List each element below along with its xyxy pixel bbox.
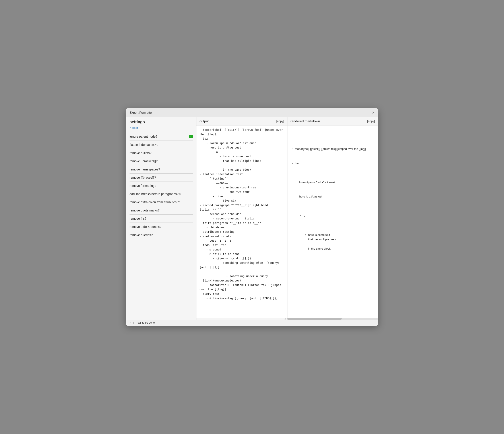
- settings-sidebar: settings × clear ignore parent node? ✓ f…: [126, 117, 196, 320]
- setting-label-remove-namespaces: remove namespaces?: [130, 167, 160, 171]
- bottom-checkbox-icon: [134, 322, 136, 324]
- setting-label-remove-colon: remove extra colon from attributes::?: [130, 200, 180, 204]
- setting-remove-bullets[interactable]: remove bullets?: [130, 149, 193, 157]
- setting-label-remove-formatting: remove formatting?: [130, 184, 156, 187]
- setting-label-remove-braces: remove {{braces}}?: [130, 176, 156, 179]
- list-item: lorem ipsum "dolor" sit amet: [299, 180, 375, 185]
- setting-remove-formatting[interactable]: remove formatting?: [130, 182, 193, 190]
- output-copy-button[interactable]: [copy]: [276, 120, 284, 123]
- setting-label-remove-quotes: remove quote marks?: [130, 209, 159, 212]
- setting-label-remove-bullets: remove bullets?: [130, 151, 152, 155]
- output-panel: output [copy] - foobar[the]] [[quick]] […: [196, 117, 288, 320]
- setting-remove-quotes[interactable]: remove quote marks?: [130, 206, 193, 214]
- rendered-list-baz: lorem ipsum "dolor" sit amet here is a #…: [295, 171, 375, 299]
- setting-add-line-breaks[interactable]: add line breaks before paragraphs? 0: [130, 190, 193, 198]
- setting-label-remove-brackets: remove [[brackets]]?: [130, 159, 158, 163]
- setting-label-add-line-breaks: add line breaks before paragraphs? 0: [130, 192, 181, 196]
- setting-remove-todo[interactable]: remove todo & done's?: [130, 223, 193, 231]
- modal-body: settings × clear ignore parent node? ✓ f…: [126, 117, 378, 320]
- setting-flatten-indent[interactable]: flatten indentation? 0: [130, 141, 193, 149]
- rendered-copy-button[interactable]: [copy]: [367, 120, 375, 123]
- list-item: foobar[the]] [[quick]] [[brown fox]] jum…: [295, 147, 375, 151]
- setting-remove-braces[interactable]: remove {{braces}}?: [130, 174, 193, 182]
- setting-remove-queries[interactable]: remove queries?: [130, 231, 193, 239]
- setting-label-remove-todo: remove todo & done's?: [130, 225, 162, 229]
- rendered-panel-title: rendered markdown: [290, 119, 320, 123]
- setting-label-ignore-parent: ignore parent node?: [130, 135, 157, 138]
- list-item: here is some textthat has multiple lines…: [308, 233, 375, 251]
- rendered-list-a: here is some textthat has multiple lines…: [304, 223, 375, 260]
- modal-header: Export Formatter ×: [126, 108, 378, 117]
- setting-label-remove-hashes: remove #'s?: [130, 217, 146, 220]
- list-item: here is a #tag test a here is some textt…: [299, 194, 375, 289]
- resize-handle[interactable]: ◢: [285, 317, 286, 320]
- setting-ignore-parent[interactable]: ignore parent node? ✓: [130, 133, 193, 141]
- setting-remove-brackets[interactable]: remove [[brackets]]?: [130, 157, 193, 165]
- checkbox-ignore-parent: ✓: [189, 135, 193, 138]
- settings-heading: settings: [130, 120, 193, 124]
- setting-remove-hashes[interactable]: remove #'s?: [130, 214, 193, 223]
- rendered-list-tag: a here is some textthat has multiple lin…: [299, 204, 375, 280]
- close-button[interactable]: ×: [372, 111, 374, 115]
- clear-label: clear: [132, 126, 138, 129]
- setting-label-remove-queries: remove queries?: [130, 233, 153, 237]
- rendered-panel-content: foobar[the]] [[quick]] [[brown fox]] jum…: [288, 125, 378, 318]
- rendered-list-root: foobar[the]] [[quick]] [[brown fox]] jum…: [290, 138, 375, 318]
- clear-link[interactable]: × clear: [130, 126, 193, 129]
- output-panel-title: output: [199, 119, 209, 123]
- setting-label-flatten-indent: flatten indentation? 0: [130, 143, 158, 147]
- main-panels: output [copy] - foobar[the]] [[quick]] […: [196, 117, 378, 320]
- output-panel-header: output [copy]: [196, 117, 287, 125]
- list-item: a here is some textthat has multiple lin…: [304, 213, 375, 270]
- setting-remove-namespaces[interactable]: remove namespaces?: [130, 165, 193, 174]
- output-panel-content[interactable]: - foobar[the]] [[quick]] [[brown fox]] j…: [196, 125, 287, 318]
- rendered-panel: rendered markdown [copy] foobar[the]] [[…: [288, 117, 378, 320]
- x-icon: ×: [130, 126, 131, 129]
- setting-remove-colon[interactable]: remove extra colon from attributes::?: [130, 198, 193, 206]
- bottom-bar: still to be done: [126, 320, 378, 326]
- list-item: baz lorem ipsum "dolor" sit amet here is…: [295, 161, 375, 309]
- scrollbar-thumb[interactable]: [288, 318, 342, 320]
- bottom-list-item: still to be done: [134, 321, 375, 324]
- horizontal-scrollbar[interactable]: [288, 318, 378, 320]
- modal-title: Export Formatter: [130, 111, 153, 114]
- bottom-list: still to be done: [129, 321, 375, 324]
- rendered-panel-header: rendered markdown [copy]: [288, 117, 378, 125]
- bottom-list-text: still to be done: [137, 321, 154, 324]
- export-formatter-modal: Export Formatter × settings × clear igno…: [126, 108, 378, 326]
